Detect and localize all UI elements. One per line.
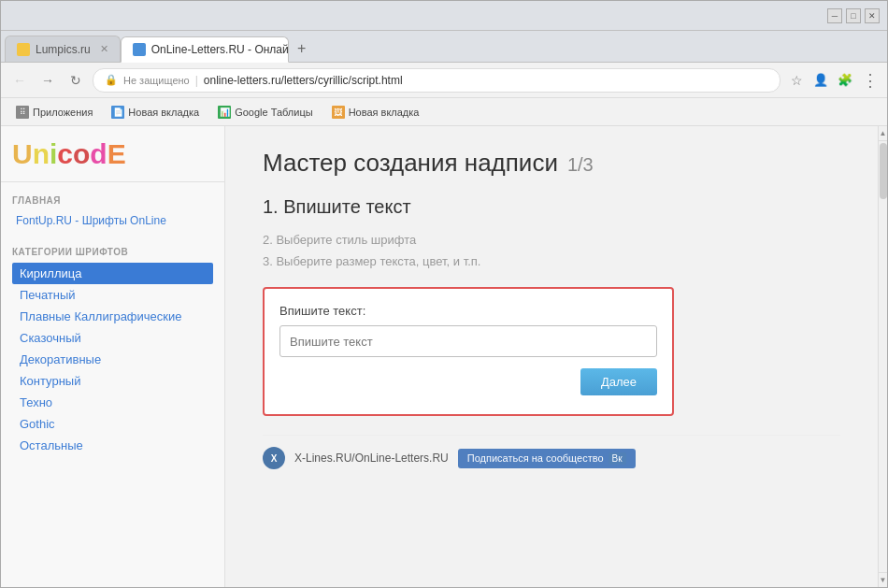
new-tab-2-icon: 🖼: [332, 106, 345, 119]
sidebar-section-main-title: ГЛАВНАЯ: [12, 195, 213, 206]
tab-favicon-online-letters: [133, 43, 146, 56]
scroll-up-button[interactable]: ▲: [879, 126, 887, 141]
text-input-field[interactable]: [279, 325, 657, 357]
new-tab-button[interactable]: +: [289, 36, 315, 62]
extension-icon[interactable]: 🧩: [835, 70, 855, 91]
sidebar-item-other[interactable]: Остальные: [12, 435, 213, 456]
title-row: Мастер создания надписи 1/3: [263, 149, 840, 178]
bookmark-new-tab-2[interactable]: 🖼 Новая вкладка: [324, 103, 427, 122]
back-button[interactable]: ←: [8, 69, 31, 92]
sidebar-item-calligraphic[interactable]: Плавные Каллиграфические: [12, 306, 213, 327]
address-actions: ☆ 👤 🧩 ⋮: [786, 70, 880, 91]
text-input-box: Впишите текст: Далее: [263, 287, 674, 416]
not-secure-text: Не защищено: [123, 75, 190, 86]
tab-online-letters[interactable]: OnLine-Letters.RU - Онлайн ген... ✕: [121, 36, 289, 63]
logo-char-u: U: [12, 138, 33, 169]
bookmark-new-tab-1-label: Новая вкладка: [128, 107, 199, 118]
close-button[interactable]: ✕: [865, 8, 880, 23]
text-input-label: Впишите текст:: [279, 304, 657, 318]
forward-button[interactable]: →: [36, 69, 59, 92]
scroll-down-button[interactable]: ▼: [879, 572, 887, 587]
social-bar: X X-Lines.RU/OnLine-Letters.RU Подписать…: [263, 435, 840, 469]
title-bar-controls: ─ □ ✕: [827, 8, 880, 23]
address-input-container[interactable]: 🔒 Не защищено | online-letters.ru/letter…: [93, 68, 781, 93]
apps-icon: ⠿: [16, 106, 29, 119]
tab-label-online-letters: OnLine-Letters.RU - Онлайн ген...: [151, 43, 289, 56]
main-area: Мастер создания надписи 1/3 1. Впишите т…: [225, 126, 887, 587]
profile-icon[interactable]: 👤: [810, 70, 831, 91]
site-logo: UnicodE: [12, 138, 126, 170]
main-content: Мастер создания надписи 1/3 1. Впишите т…: [225, 126, 878, 587]
not-secure-label: 🔒: [105, 74, 118, 86]
sidebar: UnicodE ГЛАВНАЯ FontUp.RU - Шрифты OnLin…: [1, 126, 225, 587]
logo-area: UnicodE: [1, 126, 224, 182]
sidebar-item-print[interactable]: Печатный: [12, 284, 213, 306]
bookmark-star-icon[interactable]: ☆: [786, 70, 807, 91]
tab-label-lumpics: Lumpics.ru: [36, 43, 91, 56]
sidebar-section-main: ГЛАВНАЯ FontUp.RU - Шрифты OnLine: [1, 182, 224, 234]
bookmark-apps-label: Приложения: [33, 107, 93, 118]
bookmark-google-sheets[interactable]: 📊 Google Таблицы: [210, 103, 320, 122]
bookmark-new-tab-1[interactable]: 📄 Новая вкладка: [104, 103, 207, 122]
menu-icon[interactable]: ⋮: [859, 70, 880, 91]
logo-char-c: c: [57, 138, 73, 169]
page-body: UnicodE ГЛАВНАЯ FontUp.RU - Шрифты OnLin…: [1, 126, 887, 587]
bookmark-new-tab-2-label: Новая вкладка: [349, 107, 420, 118]
scrollbar[interactable]: ▲ ▼: [878, 126, 887, 587]
title-bar: ─ □ ✕: [1, 1, 887, 31]
bookmark-google-sheets-label: Google Таблицы: [235, 107, 312, 118]
sidebar-section-categories: КАТЕГОРИИ ШРИФТОВ Кириллица Печатный Пла…: [1, 234, 224, 460]
logo-char-o: o: [73, 138, 90, 169]
logo-char-d: d: [90, 138, 107, 169]
page-title: Мастер создания надписи: [263, 149, 558, 178]
sidebar-menu: Кириллица Печатный Плавные Каллиграфичес…: [12, 263, 213, 456]
step2-info: 2. Выберите стиль шрифта: [263, 233, 840, 247]
sidebar-item-techno[interactable]: Техно: [12, 392, 213, 413]
bookmark-apps[interactable]: ⠿ Приложения: [8, 103, 100, 122]
sidebar-link-fontup[interactable]: FontUp.RU - Шрифты OnLine: [12, 211, 213, 230]
sidebar-item-decorative[interactable]: Декоративные: [12, 349, 213, 370]
logo-char-e2: E: [107, 138, 126, 169]
logo-char-n: n: [33, 138, 50, 169]
sidebar-section-categories-title: КАТЕГОРИИ ШРИФТОВ: [12, 247, 213, 257]
sidebar-item-cyrillic[interactable]: Кириллица: [12, 263, 213, 284]
new-tab-1-icon: 📄: [111, 106, 124, 119]
address-bar: ← → ↻ 🔒 Не защищено | online-letters.ru/…: [1, 63, 887, 98]
google-sheets-icon: 📊: [218, 106, 231, 119]
next-button[interactable]: Далее: [580, 368, 657, 395]
vk-icon: Вк: [609, 452, 626, 465]
sidebar-item-fairy[interactable]: Сказочный: [12, 327, 213, 349]
sidebar-item-outline[interactable]: Контурный: [12, 370, 213, 392]
subscribe-button-label: Подписаться на сообщество: [467, 452, 604, 464]
bookmarks-bar: ⠿ Приложения 📄 Новая вкладка 📊 Google Та…: [1, 98, 887, 126]
address-separator: |: [195, 74, 198, 87]
tab-bar: Lumpics.ru ✕ OnLine-Letters.RU - Онлайн …: [1, 31, 887, 63]
tab-close-lumpics[interactable]: ✕: [100, 43, 108, 55]
vk-subscribe-button[interactable]: Подписаться на сообщество Вк: [458, 449, 636, 468]
social-site-icon: X: [263, 447, 285, 469]
reload-button[interactable]: ↻: [64, 69, 87, 92]
scroll-thumb[interactable]: [880, 143, 887, 199]
step-indicator: 1/3: [567, 154, 594, 176]
minimize-button[interactable]: ─: [827, 8, 842, 23]
tab-lumpics[interactable]: Lumpics.ru ✕: [5, 36, 121, 62]
address-url: online-letters.ru/letters/cyrillic/scrip…: [204, 74, 768, 87]
social-site-label: X-Lines.RU/OnLine-Letters.RU: [294, 452, 449, 465]
maximize-button[interactable]: □: [846, 8, 861, 23]
browser-frame: ─ □ ✕ Lumpics.ru ✕ OnLine-Letters.RU - О…: [0, 0, 888, 588]
step1-title: 1. Впишите текст: [263, 196, 840, 218]
tab-favicon-lumpics: [17, 43, 30, 56]
step3-info: 3. Выберите размер текста, цвет, и т.п.: [263, 254, 840, 268]
sidebar-item-gothic[interactable]: Gothic: [12, 413, 213, 435]
